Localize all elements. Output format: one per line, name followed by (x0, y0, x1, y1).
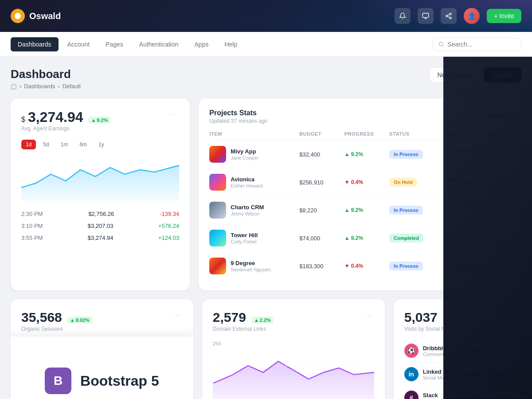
table-row: Tower Hill Cody Fisher $74,000 ▲ 9.2% Co… (209, 224, 511, 252)
nav-item-authentication[interactable]: Authentication (132, 37, 186, 51)
filter-1y[interactable]: 1y (94, 140, 109, 149)
status-9degree: In Process (389, 262, 423, 270)
dribbble-name: Dribbble (423, 345, 448, 352)
projects-stats-card: Projects Stats Updated 37 minutes ago Hi… (199, 98, 521, 290)
organic-sessions-card: 35,568 ▲ 8.02% Organic Sessions ··· Cana… (11, 299, 193, 399)
chart-avionica (443, 175, 488, 190)
linkedin-type: Social Media (423, 375, 451, 380)
domain-value: 2,579 (213, 310, 246, 325)
domain-badge: ▲ 2.2% (251, 317, 274, 324)
col-view: VIEW (488, 131, 511, 137)
svg-line-9 (442, 45, 443, 46)
domain-more-button[interactable]: ··· (364, 310, 374, 321)
organic-value: 35,568 (21, 310, 62, 325)
social-info: 5,037 ▲ 2.2% Visits by Social Networks (404, 310, 465, 332)
invite-button[interactable]: + Invite (487, 9, 521, 23)
budget-charto: $8,220 (299, 207, 344, 214)
social-label: Visits by Social Networks (404, 326, 465, 332)
chart-charto (443, 203, 488, 218)
dribbble-type: Community (423, 352, 448, 357)
slack-stats: 794 ▲ 0.2% (471, 394, 511, 399)
time-filters: 1d 5d 1m 6m 1y (21, 140, 179, 149)
project-name-tower: Tower Hill (231, 232, 258, 239)
amount-2: $3,207.03 (88, 223, 113, 229)
status-charto: In Process (389, 206, 423, 215)
view-avionica-button[interactable]: → (488, 176, 501, 188)
screen-icon[interactable] (418, 8, 434, 24)
share-icon[interactable] (441, 8, 457, 24)
app-name: Oswald (29, 11, 61, 21)
social-value: 5,037 (404, 310, 438, 325)
social-rows: ⚽ Dribbble Community 579 ▲ 2.6% in (404, 339, 511, 399)
earnings-badge: ▲ 9.2% (88, 117, 110, 124)
project-name-charto: Charto CRM (231, 204, 264, 211)
amount-1: $2,756.26 (88, 211, 114, 217)
filter-1d[interactable]: 1d (21, 140, 36, 149)
history-button[interactable]: History (481, 109, 511, 121)
project-info-avionica: Avionica Esther Howard (209, 174, 299, 191)
logo-area: Oswald (11, 9, 61, 23)
domain-label: Domain External Links (213, 326, 274, 332)
status-avionica: On Hold (389, 178, 417, 187)
nav-item-apps[interactable]: Apps (188, 37, 216, 51)
dribbble-value: 579 (471, 347, 481, 354)
col-progress: PROGRESS (344, 131, 389, 137)
topbar-right: 👤 + Invite (395, 8, 521, 24)
slack-name: Slack (423, 392, 448, 399)
earnings-chart (21, 156, 179, 201)
filter-1m[interactable]: 1m (56, 140, 73, 149)
dribbble-icon: ⚽ (404, 344, 419, 358)
linkedin-stats: 1,088 ▼ 0.4% (466, 371, 511, 378)
table-row: 9 Degree Savannah Nguyen $183,300 ▼ 0.4%… (209, 252, 511, 280)
social-info-linkedin: in Linked In Social Media (404, 367, 451, 381)
earnings-row-1: 2:30 PM $2,756.26 -139.34 (21, 208, 179, 220)
svg-rect-0 (423, 13, 429, 17)
search-area (433, 38, 521, 51)
dribbble-change: ▲ 2.6% (488, 347, 511, 354)
project-name-mivy: Mivy App (231, 148, 258, 155)
linkedin-name: Linked In (423, 368, 451, 375)
filter-5d[interactable]: 5d (39, 140, 53, 149)
nav-item-dashboards[interactable]: Dashboards (11, 37, 59, 51)
organic-header: 35,568 ▲ 8.02% Organic Sessions ··· (21, 310, 183, 332)
table-row: Charto CRM Jenny Wilson $8,220 ▲ 9.2% In… (209, 196, 511, 224)
table-row: Avionica Esther Howard $256,910 ▼ 0.4% O… (209, 168, 511, 196)
domain-info: 2,579 ▲ 2.2% Domain External Links (213, 310, 274, 332)
projects-title-area: Projects Stats Updated 37 minutes ago (209, 109, 267, 124)
user-avatar[interactable]: 👤 (464, 8, 480, 24)
project-info-9degree: 9 Degree Savannah Nguyen (209, 258, 299, 274)
page-header: Dashboard › Dashboards › Default New Pro… (11, 67, 521, 90)
svg-line-6 (448, 16, 450, 18)
main-grid-row1: $ 3,274.94 ▲ 9.2% Avg. Agent Earnings ··… (11, 98, 521, 290)
page-content: Dashboard › Dashboards › Default New Pro… (0, 57, 532, 399)
reports-button[interactable]: Reports (484, 67, 521, 82)
budget-mivy: $32,400 (299, 151, 344, 158)
view-charto-button[interactable]: → (488, 204, 501, 216)
bottom-grid: 35,568 ▲ 8.02% Organic Sessions ··· Cana… (11, 299, 521, 399)
budget-avionica: $256,910 (299, 179, 344, 186)
social-more-button[interactable]: ··· (500, 310, 511, 321)
bell-icon[interactable] (395, 8, 411, 24)
filter-6m[interactable]: 6m (75, 140, 91, 149)
nav-item-pages[interactable]: Pages (98, 37, 130, 51)
organic-label: Organic Sessions (21, 326, 92, 332)
project-thumb-avionica (209, 174, 226, 191)
budget-9degree: $183,300 (299, 263, 344, 270)
organic-more-button[interactable]: ··· (172, 310, 183, 321)
domain-links-card: 2,579 ▲ 2.2% Domain External Links ··· 2… (202, 299, 385, 399)
view-tower-button[interactable]: → (488, 232, 501, 244)
project-owner-9degree: Savannah Nguyen (231, 267, 271, 272)
change-1: -139.34 (160, 211, 179, 217)
search-input[interactable] (447, 41, 516, 48)
view-mivy-button[interactable]: → (488, 148, 501, 160)
chart-tower (443, 231, 488, 246)
earnings-more-button[interactable]: ··· (168, 109, 179, 120)
change-2: +576.24 (158, 223, 179, 229)
social-networks-card: 5,037 ▲ 2.2% Visits by Social Networks ·… (394, 299, 521, 399)
nav-item-account[interactable]: Account (60, 37, 97, 51)
new-project-button[interactable]: New Project (429, 67, 479, 82)
nav-item-help[interactable]: Help (217, 37, 244, 51)
linkedin-change: ▼ 0.4% (488, 371, 511, 378)
projects-header: Projects Stats Updated 37 minutes ago Hi… (209, 109, 511, 124)
view-9degree-button[interactable]: → (488, 260, 501, 272)
